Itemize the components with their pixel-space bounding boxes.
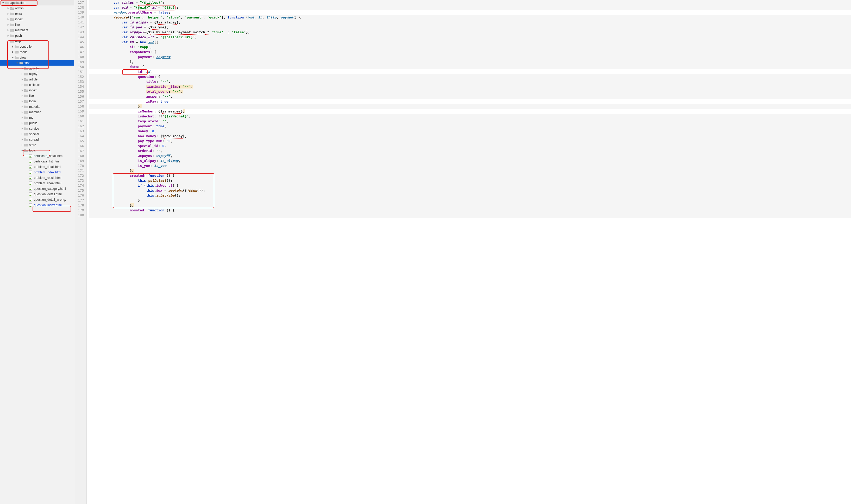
chevron-right-icon[interactable] xyxy=(21,127,23,130)
code-line[interactable]: var is_alipay = {$is_alipay}; xyxy=(89,20,851,25)
folder-node-callback[interactable]: callback xyxy=(0,82,74,88)
code-line[interactable]: window.overallShare = false; xyxy=(89,10,851,15)
folder-node-public[interactable]: public xyxy=(0,120,74,126)
file-node-question_category.html[interactable]: Hquestion_category.html xyxy=(0,186,74,191)
folder-node-push[interactable]: push xyxy=(0,33,74,38)
chevron-right-icon[interactable] xyxy=(21,133,23,136)
chevron-right-icon[interactable] xyxy=(21,100,23,103)
chevron-right-icon[interactable] xyxy=(12,51,14,53)
code-line[interactable]: require(['vue', 'helper', 'store', 'paym… xyxy=(89,15,851,20)
chevron-right-icon[interactable] xyxy=(7,18,10,21)
code-line[interactable]: data: { xyxy=(89,64,851,69)
chevron-right-icon[interactable] xyxy=(12,45,14,48)
code-line[interactable]: var is_yue = {$is_yue}; xyxy=(89,25,851,30)
file-node-certificate_detail.html[interactable]: Hcertificate_detail.html xyxy=(0,153,74,159)
file-node-problem_detail.html[interactable]: Hproblem_detail.html xyxy=(0,164,74,169)
chevron-right-icon[interactable] xyxy=(21,73,23,75)
folder-node-special[interactable]: special xyxy=(0,131,74,137)
folder-node-live[interactable]: live xyxy=(0,93,74,98)
chevron-right-icon[interactable] xyxy=(21,84,23,86)
file-node-certificate_list.html[interactable]: Hcertificate_list.html xyxy=(0,159,74,164)
folder-node-extra[interactable]: extra xyxy=(0,11,74,16)
folder-node-store[interactable]: store xyxy=(0,142,74,148)
project-sidebar[interactable]: applicationadminextraindexlivemerchantpu… xyxy=(0,0,74,504)
folder-node-application[interactable]: application xyxy=(0,0,74,5)
chevron-right-icon[interactable] xyxy=(21,111,23,113)
file-node-problem_index.html[interactable]: Hproblem_index.html xyxy=(0,169,74,175)
code-line[interactable]: }, xyxy=(89,104,851,109)
code-line[interactable]: created: function () { xyxy=(89,173,851,178)
editor-code[interactable]: var titles = "{$titles}"; var uid = "{$u… xyxy=(87,0,851,504)
code-editor[interactable]: 1371381391401411421431441451461471481491… xyxy=(74,0,851,504)
folder-node-login[interactable]: login xyxy=(0,98,74,104)
folder-node-member[interactable]: member xyxy=(0,109,74,115)
folder-node-model[interactable]: model xyxy=(0,49,74,55)
chevron-right-icon[interactable] xyxy=(7,23,10,26)
code-line[interactable]: id: id, xyxy=(89,69,851,74)
folder-node-first[interactable]: first xyxy=(0,60,74,66)
folder-node-index[interactable]: index xyxy=(0,16,74,22)
chevron-right-icon[interactable] xyxy=(21,78,23,81)
chevron-right-icon[interactable] xyxy=(21,122,23,124)
chevron-down-icon[interactable] xyxy=(16,62,19,64)
code-line[interactable]: components: { xyxy=(89,50,851,54)
code-line[interactable]: total_score: '--', xyxy=(89,89,851,94)
folder-node-service[interactable]: service xyxy=(0,126,74,131)
code-line[interactable]: payment: payment xyxy=(89,54,851,59)
code-line[interactable]: templateId: '', xyxy=(89,119,851,124)
code-line[interactable]: }, xyxy=(89,203,851,208)
code-line[interactable]: if (this.isWechat) { xyxy=(89,183,851,188)
code-line[interactable]: el: '#app', xyxy=(89,44,851,50)
code-line[interactable]: }, xyxy=(89,168,851,173)
code-line[interactable]: question: { xyxy=(89,74,851,79)
code-line[interactable]: var callback_url = '{$callback_url}'; xyxy=(89,35,851,40)
chevron-right-icon[interactable] xyxy=(7,29,10,32)
code-line[interactable]: var titles = "{$titles}"; xyxy=(89,0,851,5)
file-node-question_detail.html[interactable]: Hquestion_detail.html xyxy=(0,191,74,197)
folder-node-controller[interactable]: controller xyxy=(0,44,74,49)
code-line[interactable]: isWechat: !!'{$isWechat}', xyxy=(89,114,851,119)
code-line[interactable]: title: '--', xyxy=(89,79,851,84)
code-line[interactable]: } xyxy=(89,198,851,203)
folder-node-wap[interactable]: wap xyxy=(0,38,74,44)
chevron-right-icon[interactable] xyxy=(21,116,23,119)
code-line[interactable]: var wxpayH5={$is_h5_wechat_payment_switc… xyxy=(89,30,851,35)
folder-node-merchant[interactable]: merchant xyxy=(0,27,74,33)
file-node-question_index.html[interactable]: Hquestion_index.html xyxy=(0,202,74,208)
chevron-right-icon[interactable] xyxy=(21,94,23,97)
code-line[interactable]: this.getDetail(); xyxy=(89,178,851,183)
code-line[interactable]: payment: true, xyxy=(89,124,851,129)
code-line[interactable]: is_yue: is_yue xyxy=(89,163,851,168)
code-line[interactable]: mounted: function () { xyxy=(89,208,851,213)
chevron-down-icon[interactable] xyxy=(2,2,5,4)
folder-node-article[interactable]: article xyxy=(0,76,74,82)
code-line[interactable] xyxy=(89,213,851,218)
chevron-right-icon[interactable] xyxy=(21,144,23,146)
code-line[interactable]: answer: '--', xyxy=(89,94,851,99)
folder-node-activity[interactable]: activity xyxy=(0,66,74,71)
chevron-right-icon[interactable] xyxy=(21,138,23,141)
code-line[interactable]: }, xyxy=(89,59,851,64)
code-line[interactable]: orderId: '', xyxy=(89,148,851,153)
folder-node-material[interactable]: material xyxy=(0,104,74,109)
code-line[interactable]: isPay: true xyxy=(89,99,851,104)
chevron-down-icon[interactable] xyxy=(7,40,10,42)
code-line[interactable]: isMember: {$is_member}, xyxy=(89,109,851,114)
code-line[interactable]: this.subscribe(); xyxy=(89,193,851,198)
code-line[interactable]: pay_type_num: 60, xyxy=(89,139,851,143)
code-line[interactable]: now_money: {$now_money}, xyxy=(89,133,851,139)
code-line[interactable]: is_alipay: is_alipay, xyxy=(89,158,851,163)
code-line[interactable]: txamination_time: '--', xyxy=(89,84,851,89)
chevron-right-icon[interactable] xyxy=(7,7,10,10)
code-line[interactable]: var vm = new Vue({ xyxy=(89,40,851,44)
chevron-right-icon[interactable] xyxy=(21,105,23,108)
folder-node-live[interactable]: live xyxy=(0,22,74,27)
code-line[interactable]: special_id: 0, xyxy=(89,143,851,148)
file-node-problem_sheet.html[interactable]: Hproblem_sheet.html xyxy=(0,180,74,186)
chevron-right-icon[interactable] xyxy=(7,13,10,15)
chevron-right-icon[interactable] xyxy=(21,67,23,70)
folder-node-topic[interactable]: topic xyxy=(0,148,74,153)
chevron-down-icon[interactable] xyxy=(12,56,14,59)
folder-node-spread[interactable]: spread xyxy=(0,137,74,142)
chevron-right-icon[interactable] xyxy=(21,89,23,92)
